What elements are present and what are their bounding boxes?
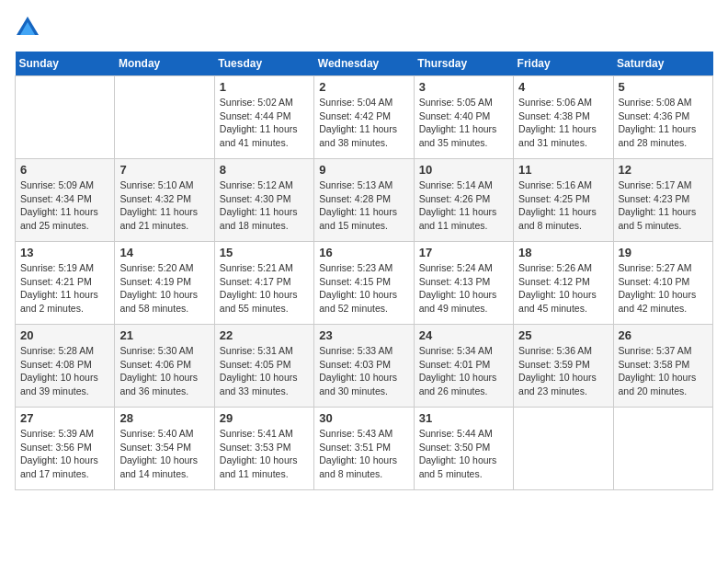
day-number: 25 bbox=[518, 328, 608, 342]
calendar-body: 1Sunrise: 5:02 AM Sunset: 4:44 PM Daylig… bbox=[16, 76, 713, 490]
day-number: 11 bbox=[518, 163, 608, 177]
header-cell-tuesday: Tuesday bbox=[214, 52, 313, 76]
calendar-cell: 23Sunrise: 5:33 AM Sunset: 4:03 PM Dayli… bbox=[314, 325, 414, 408]
calendar-cell: 25Sunrise: 5:36 AM Sunset: 3:59 PM Dayli… bbox=[514, 325, 613, 408]
cell-content: Sunrise: 5:19 AM Sunset: 4:21 PM Dayligh… bbox=[20, 261, 109, 316]
cell-content: Sunrise: 5:02 AM Sunset: 4:44 PM Dayligh… bbox=[220, 96, 309, 150]
week-row-2: 13Sunrise: 5:19 AM Sunset: 4:21 PM Dayli… bbox=[16, 242, 713, 325]
day-number: 24 bbox=[419, 328, 508, 342]
header-cell-monday: Monday bbox=[115, 52, 214, 76]
day-number: 15 bbox=[220, 246, 309, 259]
day-number: 1 bbox=[220, 80, 309, 94]
day-number: 20 bbox=[20, 328, 109, 342]
calendar-cell bbox=[613, 408, 712, 490]
cell-content: Sunrise: 5:26 AM Sunset: 4:12 PM Dayligh… bbox=[518, 261, 608, 316]
day-number: 4 bbox=[518, 80, 608, 94]
calendar-cell: 24Sunrise: 5:34 AM Sunset: 4:01 PM Dayli… bbox=[414, 325, 513, 408]
calendar-cell bbox=[16, 76, 115, 159]
day-number: 5 bbox=[619, 80, 708, 94]
cell-content: Sunrise: 5:41 AM Sunset: 3:53 PM Dayligh… bbox=[220, 427, 309, 481]
calendar-table: SundayMondayTuesdayWednesdayThursdayFrid… bbox=[15, 52, 713, 490]
logo bbox=[15, 15, 44, 40]
calendar-cell: 3Sunrise: 5:05 AM Sunset: 4:40 PM Daylig… bbox=[414, 76, 513, 159]
calendar-cell: 18Sunrise: 5:26 AM Sunset: 4:12 PM Dayli… bbox=[514, 242, 613, 325]
calendar-cell bbox=[115, 76, 214, 159]
calendar-cell: 13Sunrise: 5:19 AM Sunset: 4:21 PM Dayli… bbox=[16, 242, 115, 325]
cell-content: Sunrise: 5:36 AM Sunset: 3:59 PM Dayligh… bbox=[518, 344, 608, 398]
cell-content: Sunrise: 5:28 AM Sunset: 4:08 PM Dayligh… bbox=[20, 344, 109, 398]
day-number: 21 bbox=[119, 328, 209, 342]
calendar-cell: 31Sunrise: 5:44 AM Sunset: 3:50 PM Dayli… bbox=[414, 408, 513, 490]
cell-content: Sunrise: 5:12 AM Sunset: 4:30 PM Dayligh… bbox=[220, 178, 309, 233]
day-number: 2 bbox=[319, 80, 408, 94]
day-number: 17 bbox=[419, 246, 508, 259]
day-number: 6 bbox=[20, 163, 109, 177]
calendar-cell: 12Sunrise: 5:17 AM Sunset: 4:23 PM Dayli… bbox=[613, 159, 712, 242]
week-row-3: 20Sunrise: 5:28 AM Sunset: 4:08 PM Dayli… bbox=[16, 325, 713, 408]
day-number: 27 bbox=[20, 411, 109, 425]
calendar-cell: 1Sunrise: 5:02 AM Sunset: 4:44 PM Daylig… bbox=[214, 76, 313, 159]
header-cell-sunday: Sunday bbox=[16, 52, 115, 76]
day-number: 14 bbox=[119, 246, 209, 259]
cell-content: Sunrise: 5:31 AM Sunset: 4:05 PM Dayligh… bbox=[220, 344, 309, 398]
header-cell-saturday: Saturday bbox=[613, 52, 712, 76]
cell-content: Sunrise: 5:43 AM Sunset: 3:51 PM Dayligh… bbox=[319, 427, 408, 481]
calendar-cell: 30Sunrise: 5:43 AM Sunset: 3:51 PM Dayli… bbox=[314, 408, 414, 490]
cell-content: Sunrise: 5:21 AM Sunset: 4:17 PM Dayligh… bbox=[220, 261, 309, 316]
cell-content: Sunrise: 5:20 AM Sunset: 4:19 PM Dayligh… bbox=[119, 261, 209, 316]
calendar-cell: 2Sunrise: 5:04 AM Sunset: 4:42 PM Daylig… bbox=[314, 76, 414, 159]
calendar-cell: 6Sunrise: 5:09 AM Sunset: 4:34 PM Daylig… bbox=[16, 159, 115, 242]
calendar-cell: 14Sunrise: 5:20 AM Sunset: 4:19 PM Dayli… bbox=[115, 242, 214, 325]
cell-content: Sunrise: 5:10 AM Sunset: 4:32 PM Dayligh… bbox=[119, 178, 209, 233]
day-number: 9 bbox=[319, 163, 408, 177]
cell-content: Sunrise: 5:34 AM Sunset: 4:01 PM Dayligh… bbox=[419, 344, 508, 398]
calendar-cell: 29Sunrise: 5:41 AM Sunset: 3:53 PM Dayli… bbox=[214, 408, 313, 490]
logo-icon bbox=[15, 15, 40, 40]
day-number: 29 bbox=[220, 411, 309, 425]
page-header bbox=[15, 15, 713, 40]
day-number: 16 bbox=[319, 246, 408, 259]
cell-content: Sunrise: 5:37 AM Sunset: 3:58 PM Dayligh… bbox=[619, 344, 708, 398]
week-row-1: 6Sunrise: 5:09 AM Sunset: 4:34 PM Daylig… bbox=[16, 159, 713, 242]
cell-content: Sunrise: 5:17 AM Sunset: 4:23 PM Dayligh… bbox=[619, 178, 708, 233]
header-cell-wednesday: Wednesday bbox=[314, 52, 414, 76]
calendar-cell: 16Sunrise: 5:23 AM Sunset: 4:15 PM Dayli… bbox=[314, 242, 414, 325]
cell-content: Sunrise: 5:16 AM Sunset: 4:25 PM Dayligh… bbox=[518, 178, 608, 233]
day-number: 10 bbox=[419, 163, 508, 177]
cell-content: Sunrise: 5:40 AM Sunset: 3:54 PM Dayligh… bbox=[119, 427, 209, 481]
calendar-cell bbox=[514, 408, 613, 490]
cell-content: Sunrise: 5:05 AM Sunset: 4:40 PM Dayligh… bbox=[419, 96, 508, 150]
calendar-cell: 26Sunrise: 5:37 AM Sunset: 3:58 PM Dayli… bbox=[613, 325, 712, 408]
calendar-cell: 11Sunrise: 5:16 AM Sunset: 4:25 PM Dayli… bbox=[514, 159, 613, 242]
cell-content: Sunrise: 5:24 AM Sunset: 4:13 PM Dayligh… bbox=[419, 261, 508, 316]
day-number: 8 bbox=[220, 163, 309, 177]
day-number: 7 bbox=[119, 163, 209, 177]
cell-content: Sunrise: 5:39 AM Sunset: 3:56 PM Dayligh… bbox=[20, 427, 109, 481]
cell-content: Sunrise: 5:08 AM Sunset: 4:36 PM Dayligh… bbox=[619, 96, 708, 150]
day-number: 12 bbox=[619, 163, 708, 177]
day-number: 30 bbox=[319, 411, 408, 425]
calendar-cell: 9Sunrise: 5:13 AM Sunset: 4:28 PM Daylig… bbox=[314, 159, 414, 242]
header-cell-thursday: Thursday bbox=[414, 52, 513, 76]
day-number: 26 bbox=[619, 328, 708, 342]
cell-content: Sunrise: 5:23 AM Sunset: 4:15 PM Dayligh… bbox=[319, 261, 408, 316]
calendar-cell: 7Sunrise: 5:10 AM Sunset: 4:32 PM Daylig… bbox=[115, 159, 214, 242]
calendar-cell: 28Sunrise: 5:40 AM Sunset: 3:54 PM Dayli… bbox=[115, 408, 214, 490]
cell-content: Sunrise: 5:14 AM Sunset: 4:26 PM Dayligh… bbox=[419, 178, 508, 233]
day-number: 28 bbox=[119, 411, 209, 425]
calendar-cell: 22Sunrise: 5:31 AM Sunset: 4:05 PM Dayli… bbox=[214, 325, 313, 408]
cell-content: Sunrise: 5:06 AM Sunset: 4:38 PM Dayligh… bbox=[518, 96, 608, 150]
header-cell-friday: Friday bbox=[514, 52, 613, 76]
calendar-header: SundayMondayTuesdayWednesdayThursdayFrid… bbox=[16, 52, 713, 76]
calendar-cell: 4Sunrise: 5:06 AM Sunset: 4:38 PM Daylig… bbox=[514, 76, 613, 159]
day-number: 31 bbox=[419, 411, 508, 425]
calendar-cell: 5Sunrise: 5:08 AM Sunset: 4:36 PM Daylig… bbox=[613, 76, 712, 159]
calendar-cell: 19Sunrise: 5:27 AM Sunset: 4:10 PM Dayli… bbox=[613, 242, 712, 325]
cell-content: Sunrise: 5:27 AM Sunset: 4:10 PM Dayligh… bbox=[619, 261, 708, 316]
cell-content: Sunrise: 5:04 AM Sunset: 4:42 PM Dayligh… bbox=[319, 96, 408, 150]
header-row: SundayMondayTuesdayWednesdayThursdayFrid… bbox=[16, 52, 713, 76]
calendar-cell: 21Sunrise: 5:30 AM Sunset: 4:06 PM Dayli… bbox=[115, 325, 214, 408]
day-number: 13 bbox=[20, 246, 109, 259]
calendar-cell: 8Sunrise: 5:12 AM Sunset: 4:30 PM Daylig… bbox=[214, 159, 313, 242]
cell-content: Sunrise: 5:33 AM Sunset: 4:03 PM Dayligh… bbox=[319, 344, 408, 398]
